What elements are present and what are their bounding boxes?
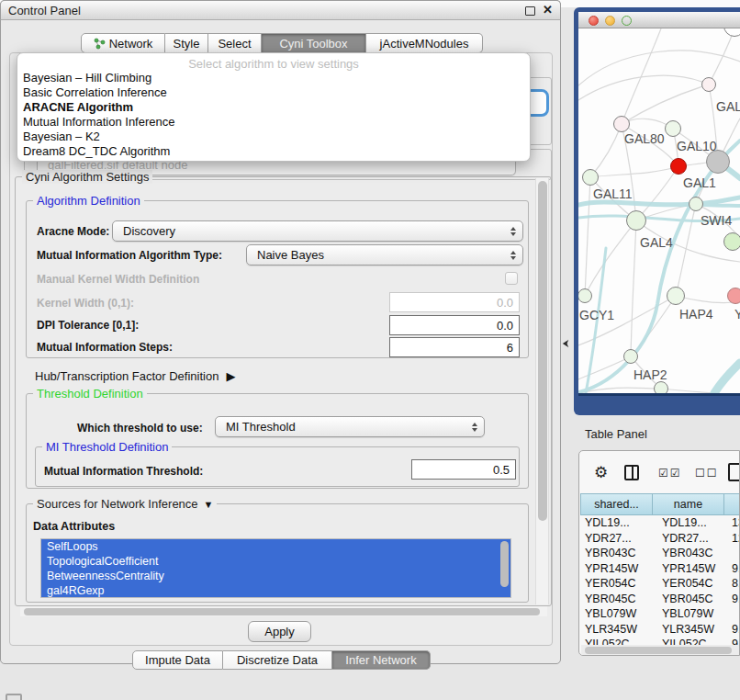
new-table-icon[interactable]	[728, 463, 740, 481]
tab-discretize-data[interactable]: Discretize Data	[223, 650, 332, 670]
network-window-titlebar[interactable]	[578, 12, 740, 28]
popup-item-aracne[interactable]: ARACNE Algorithm	[23, 100, 133, 115]
node-hap4[interactable]	[667, 287, 685, 305]
mi-steps-field[interactable]: 6	[389, 337, 520, 357]
sources-group-label[interactable]: Sources for Network Inference ▼	[33, 497, 217, 511]
minimize-traffic-light-icon[interactable]	[605, 16, 615, 26]
popup-item-dream8[interactable]: Dream8 DC_TDC Algorithm	[23, 144, 170, 159]
column-header-sharedname[interactable]: shared...	[580, 493, 653, 515]
column-header-name[interactable]: name	[653, 493, 724, 515]
list-item-selfloops[interactable]: SelfLoops	[41, 539, 510, 554]
node-green-right[interactable]	[723, 232, 740, 251]
node-label-gal4: GAL4	[640, 235, 673, 250]
node-gal-top-right[interactable]	[701, 77, 716, 92]
aracne-mode-value: Discovery	[123, 224, 175, 238]
aracne-mode-combo[interactable]: Discovery	[112, 220, 523, 242]
list-item-topologicalcoefficient[interactable]: TopologicalCoefficient	[41, 554, 510, 569]
table-horizontal-scrollbar-thumb[interactable]	[585, 647, 732, 654]
node-gal1-selected[interactable]	[670, 158, 687, 175]
expanded-arrow-icon: ▼	[204, 499, 214, 510]
table-row[interactable]: YBL079W YBL079W	[580, 606, 740, 622]
node-gal80[interactable]	[613, 116, 630, 132]
settings-horizontal-scrollbar-thumb[interactable]	[24, 608, 540, 615]
close-traffic-light-icon[interactable]	[589, 16, 599, 26]
control-panel-titlebar[interactable]: Control Panel ✕	[0, 0, 561, 20]
cell: 12	[724, 532, 740, 545]
table-row[interactable]: YLR345W YLR345W 9.	[580, 622, 740, 638]
tab-impute-data[interactable]: Impute Data	[132, 650, 223, 670]
popup-item-basic-correlation[interactable]: Basic Correlation Inference	[23, 85, 167, 100]
select-all-icon[interactable]: ☑☑	[658, 467, 682, 480]
popup-item-bayesian-k2[interactable]: Bayesian – K2	[23, 130, 100, 144]
node-gal4[interactable]	[626, 210, 646, 231]
node-label-gcy1: GCY1	[579, 308, 614, 322]
tab-style[interactable]: Style	[165, 33, 208, 53]
close-icon[interactable]: ✕	[543, 3, 553, 17]
popup-item-mutual-information[interactable]: Mutual Information Inference	[23, 115, 174, 130]
stepper-icon	[510, 251, 516, 260]
attributes-list-scrollbar[interactable]	[500, 541, 509, 587]
table-row[interactable]: YBR043C YBR043C	[580, 546, 740, 561]
node-bottom[interactable]	[654, 381, 668, 393]
tab-network[interactable]: Network	[81, 33, 165, 53]
mi-threshold-value: 0.5	[493, 463, 510, 477]
tab-cyni-toolbox[interactable]: Cyni Toolbox	[262, 33, 366, 53]
table-row[interactable]: YDL19... YDL19... 13	[580, 515, 740, 531]
table-rows: YDL19... YDL19... 13 YDR27... YDR27... 1…	[580, 515, 740, 652]
list-item-gal4rgexp[interactable]: gal4RGexp	[41, 583, 510, 598]
mi-threshold-field[interactable]: 0.5	[411, 459, 516, 480]
data-attributes-list[interactable]: SelfLoops TopologicalCoefficient Between…	[40, 538, 511, 598]
cell: YPR145W	[580, 562, 653, 575]
cell: YPR145W	[653, 562, 724, 575]
node-salmon-right[interactable]	[727, 288, 740, 304]
tab-select-label: Select	[218, 37, 251, 51]
network-canvas[interactable]: GAL GAL80 GAL10 GAL1 GAL11 SWI4 GAL4 GCY…	[578, 28, 740, 393]
dpi-tolerance-field[interactable]: 0.0	[389, 315, 520, 335]
node-swi4[interactable]	[689, 197, 703, 211]
network-window-bottom-shadow	[578, 393, 740, 396]
zoom-traffic-light-icon[interactable]	[622, 16, 632, 26]
which-threshold-combo[interactable]: MI Threshold	[215, 416, 485, 437]
table-row[interactable]: YDR27... YDR27... 12	[580, 531, 740, 547]
kernel-width-label: Kernel Width (0,1):	[37, 297, 134, 310]
manual-kernel-width-checkbox[interactable]	[505, 272, 518, 285]
control-panel-tabbar: Network Style Select Cyni Toolbox jActiv…	[81, 33, 483, 53]
node-gal11[interactable]	[582, 169, 599, 186]
list-item-betweennesscentrality[interactable]: BetweennessCentrality	[41, 569, 510, 583]
mi-algorithm-type-label: Mutual Information Algorithm Type:	[37, 249, 222, 262]
column-header-third[interactable]: A	[724, 493, 740, 515]
node-label-gal80: GAL80	[624, 131, 665, 146]
tab-infer-network[interactable]: Infer Network	[332, 650, 431, 670]
deselect-all-icon[interactable]: ☐☐	[695, 467, 719, 480]
node-gal10[interactable]	[665, 120, 681, 137]
tab-style-label: Style	[174, 37, 200, 51]
cell: YDR27...	[653, 532, 724, 545]
node-hap2[interactable]	[623, 349, 638, 364]
settings-vertical-scrollbar-thumb[interactable]	[538, 181, 547, 521]
hub-section-toggle[interactable]: Hub/Transcription Factor Definition ▶	[35, 369, 235, 383]
cell: 9.	[724, 623, 740, 636]
tab-infer-network-label: Infer Network	[345, 653, 416, 667]
node-label-gal-top: GAL	[716, 99, 740, 114]
stepper-icon	[510, 227, 516, 236]
cell: YBL079W	[653, 607, 724, 620]
apply-button[interactable]: Apply	[248, 621, 311, 642]
tab-select[interactable]: Select	[208, 33, 262, 53]
tab-jactivemnodules[interactable]: jActiveMNodules	[366, 33, 483, 53]
cell: YLR345W	[580, 623, 653, 636]
table-row[interactable]: YBR045C YBR045C 9.	[580, 592, 740, 607]
table-panel: ⚙ ☑☑ ☐☐ shared... name A YDL19... YDL19.…	[578, 450, 740, 656]
float-window-icon[interactable]	[525, 6, 535, 16]
node-label-swi4: SWI4	[701, 213, 732, 228]
mi-algorithm-type-combo[interactable]: Naive Bayes	[246, 244, 523, 265]
panel-grip-icon[interactable]	[6, 694, 22, 700]
gear-icon[interactable]: ⚙	[594, 463, 608, 482]
split-columns-icon[interactable]	[624, 465, 639, 480]
mi-threshold-definition-label: MI Threshold Definition	[42, 440, 172, 454]
kernel-width-field[interactable]: 0.0	[389, 292, 520, 312]
node-label-y: Y	[734, 307, 740, 322]
table-row[interactable]: YPR145W YPR145W 9.	[580, 561, 740, 577]
mi-threshold-label: Mutual Information Threshold:	[44, 465, 203, 478]
table-row[interactable]: YER054C YER054C 8.	[580, 576, 740, 592]
popup-item-bayesian-hill-climbing[interactable]: Bayesian – Hill Climbing	[23, 71, 151, 85]
